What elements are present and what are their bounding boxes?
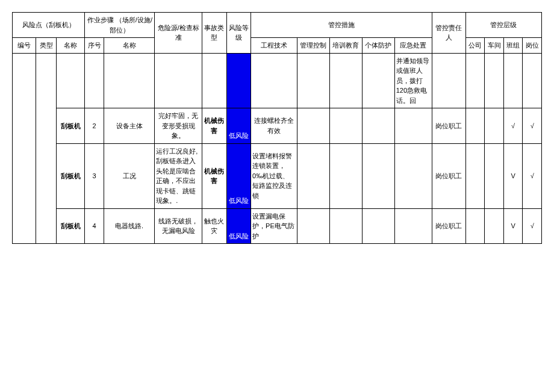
header-row-1: 风险点（刮板机） 作业步骤 （场所/设施/部位） 危险源/检查标准 事故类型 风… [13, 13, 542, 38]
cell-seq [85, 53, 104, 108]
hdr-step-name: 名称 [104, 38, 154, 54]
risk-table: 风险点（刮板机） 作业步骤 （场所/设施/部位） 危险源/检查标准 事故类型 风… [12, 12, 542, 244]
table-row: 刮板机 4 电器线路. 线路无破损，无漏电风险 触也火灾 低风险 设置漏电保护，… [13, 208, 542, 244]
cell-resp: 岗位职工 [432, 208, 465, 244]
cell-co [465, 143, 485, 208]
cell-ws [485, 208, 504, 244]
cell-accident [202, 53, 227, 108]
cell-seq: 3 [85, 143, 104, 208]
cell-step: 设备主体 [104, 108, 154, 144]
cell-emg [394, 143, 432, 208]
hdr-edu: 培训教育 [329, 38, 362, 54]
cell-eng: 设置漏电保护，PE电气防护 [251, 208, 297, 244]
cell-type [36, 53, 57, 244]
table-row: 刮板机 2 设备主体 完好牢固，无变形受损现象。 机械伤害 低风险 连接螺栓齐全… [13, 108, 542, 144]
cell-ps [523, 53, 542, 108]
hdr-type: 类型 [36, 38, 57, 54]
cell-hazard: 线路无破损，无漏电风险 [155, 208, 202, 244]
cell-emg: 并通知领导或值班人员，拨打120急救电话。回 [394, 53, 432, 108]
cell-step: 工况 [104, 143, 154, 208]
cell-step [104, 53, 154, 108]
hdr-tm: 班组 [503, 38, 523, 54]
cell-hazard: 运行工况良好,刮板链条进入头轮是应啮合正确，不应出现卡链、跳链现象。. [155, 143, 202, 208]
hdr-ps: 岗位 [523, 38, 542, 54]
cell-mgmt [297, 208, 329, 244]
cell-accident: 机械伤害 [202, 108, 227, 144]
cell-ppe [362, 208, 394, 244]
cell-name: 刮板机 [57, 143, 85, 208]
hdr-co: 公司 [465, 38, 485, 54]
hdr-ws: 车间 [485, 38, 504, 54]
hdr-measures: 管控措施 [251, 13, 432, 38]
cell-accident: 机械伤害 [202, 143, 227, 208]
cell-co [465, 208, 485, 244]
cell-mgmt [297, 143, 329, 208]
cell-accident: 触也火灾 [202, 208, 227, 244]
cell-eng [251, 53, 297, 108]
hdr-id: 编号 [13, 38, 36, 54]
cell-tm: √ [503, 108, 523, 144]
cell-risk: 低风险 [226, 208, 251, 244]
cell-id [13, 53, 36, 244]
cell-tm [503, 53, 523, 108]
table-row: 刮板机 3 工况 运行工况良好,刮板链条进入头轮是应啮合正确，不应出现卡链、跳链… [13, 143, 542, 208]
cell-ws [485, 143, 504, 208]
table-row: 并通知领导或值班人员，拨打120急救电话。回 [13, 53, 542, 108]
cell-hazard [155, 53, 202, 108]
cell-resp: 岗位职工 [432, 108, 465, 144]
cell-ps: √ [523, 208, 542, 244]
cell-edu [329, 143, 362, 208]
cell-ws [485, 53, 504, 108]
cell-tm: V [503, 208, 523, 244]
table-body: 并通知领导或值班人员，拨打120急救电话。回 刮板机 2 设备主体 完好牢固，无… [13, 53, 542, 244]
cell-ppe [362, 53, 394, 108]
cell-co [465, 108, 485, 144]
hdr-work-steps: 作业步骤 （场所/设施/部位） [85, 13, 155, 38]
hdr-level: 管控层级 [465, 13, 541, 38]
hdr-accident: 事故类型 [202, 13, 227, 54]
cell-name: 刮板机 [57, 108, 85, 144]
hdr-risk-level: 风险等级 [226, 13, 251, 54]
cell-ppe [362, 143, 394, 208]
cell-tm: V [503, 143, 523, 208]
cell-emg [394, 108, 432, 144]
cell-edu [329, 208, 362, 244]
hdr-ppe: 个体防护 [362, 38, 394, 54]
hdr-name: 名称 [57, 38, 85, 54]
cell-eng: 设置堵料报警连锁装置，0‰机过载、短路监控及连锁 [251, 143, 297, 208]
hdr-owner: 管控责任人 [432, 13, 465, 54]
hdr-seq: 序号 [85, 38, 104, 54]
cell-name [57, 53, 85, 108]
hdr-hazard: 危险源/检查标准 [155, 13, 202, 54]
cell-ps: √ [523, 143, 542, 208]
cell-edu [329, 108, 362, 144]
cell-ps: √ [523, 108, 542, 144]
hdr-mgmt: 管理控制 [297, 38, 329, 54]
cell-resp: 岗位职工 [432, 143, 465, 208]
cell-edu [329, 53, 362, 108]
cell-co [465, 53, 485, 108]
hdr-emg: 应急处置 [394, 38, 432, 54]
cell-seq: 4 [85, 208, 104, 244]
cell-ppe [362, 108, 394, 144]
cell-name: 刮板机 [57, 208, 85, 244]
cell-seq: 2 [85, 108, 104, 144]
hdr-risk-point: 风险点（刮板机） [13, 13, 85, 38]
cell-risk [226, 53, 251, 108]
cell-ws [485, 108, 504, 144]
cell-mgmt [297, 108, 329, 144]
cell-emg [394, 208, 432, 244]
cell-risk: 低风险 [226, 143, 251, 208]
hdr-eng: 工程技术 [251, 38, 297, 54]
cell-hazard: 完好牢固，无变形受损现象。 [155, 108, 202, 144]
cell-risk: 低风险 [226, 108, 251, 144]
cell-mgmt [297, 53, 329, 108]
cell-step: 电器线路. [104, 208, 154, 244]
cell-eng: 连接螺栓齐全有效 [251, 108, 297, 144]
cell-resp [432, 53, 465, 108]
